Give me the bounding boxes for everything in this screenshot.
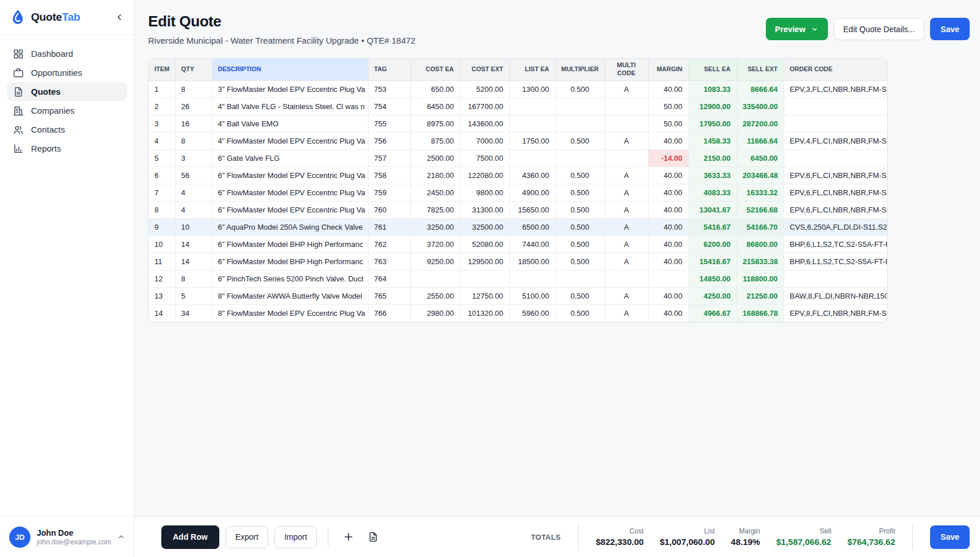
cell-multiplier[interactable]: 0.500: [555, 201, 605, 218]
cell-description[interactable]: 4" Ball Valve FLG - Stainless Steel. Cl …: [212, 98, 368, 115]
cell-order_code[interactable]: BHP,6,L1,S2,TC,S2-S5A-FT-F: [784, 235, 888, 253]
cell-qty[interactable]: 16: [175, 115, 212, 132]
cell-multi_code[interactable]: [605, 149, 648, 167]
cell-sell_ea[interactable]: 1083.33: [688, 80, 737, 98]
preview-button[interactable]: Preview: [766, 18, 828, 40]
cell-sell_ea[interactable]: 13041.67: [688, 201, 737, 218]
cell-margin[interactable]: -14.00: [648, 149, 688, 167]
cell-order_code[interactable]: [784, 270, 888, 287]
cell-item[interactable]: 11: [149, 253, 175, 270]
cell-tag[interactable]: 753: [368, 80, 410, 98]
cell-item[interactable]: 5: [149, 149, 175, 167]
cell-sell_ea[interactable]: 12900.00: [688, 98, 737, 115]
cell-order_code[interactable]: BAW,8,FL,DI,NBRN-NBR,150: [784, 287, 888, 304]
cell-tag[interactable]: 765: [368, 287, 410, 304]
cell-sell_ext[interactable]: 86800.00: [737, 235, 784, 253]
cell-multiplier[interactable]: [555, 115, 605, 132]
cell-list_ea[interactable]: 5100.00: [509, 287, 555, 304]
cell-multi_code[interactable]: A: [605, 218, 648, 235]
cell-qty[interactable]: 8: [175, 132, 212, 149]
export-button[interactable]: Export: [226, 526, 268, 548]
cell-sell_ea[interactable]: 6200.00: [688, 235, 737, 253]
cell-qty[interactable]: 26: [175, 98, 212, 115]
cell-tag[interactable]: 763: [368, 253, 410, 270]
cell-tag[interactable]: 757: [368, 149, 410, 167]
column-header-tag[interactable]: TAG: [368, 59, 410, 80]
cell-sell_ea[interactable]: 4083.33: [688, 184, 737, 201]
cell-multi_code[interactable]: [605, 98, 648, 115]
cell-multi_code[interactable]: A: [605, 304, 648, 322]
cell-order_code[interactable]: BHP,6,L1,S2,TC,S2-S5A-FT-F: [784, 253, 888, 270]
cell-sell_ext[interactable]: 52166.68: [737, 201, 784, 218]
cell-sell_ext[interactable]: 54166.70: [737, 218, 784, 235]
cell-sell_ext[interactable]: 8666.64: [737, 80, 784, 98]
cell-item[interactable]: 2: [149, 98, 175, 115]
cell-item[interactable]: 6: [149, 167, 175, 184]
cell-sell_ext[interactable]: 21250.00: [737, 287, 784, 304]
cell-cost_ext[interactable]: 122080.00: [460, 167, 509, 184]
cell-tag[interactable]: 754: [368, 98, 410, 115]
cell-description[interactable]: 4" Ball Valve EMO: [212, 115, 368, 132]
cell-description[interactable]: 6" FlowMaster Model EPV Eccentric Plug V…: [212, 201, 368, 218]
cell-multi_code[interactable]: [605, 270, 648, 287]
cell-margin[interactable]: 40.00: [648, 184, 688, 201]
column-header-margin[interactable]: MARGIN: [648, 59, 688, 80]
cell-margin[interactable]: [648, 270, 688, 287]
cell-multiplier[interactable]: 0.500: [555, 80, 605, 98]
cell-multi_code[interactable]: A: [605, 184, 648, 201]
cell-multiplier[interactable]: [555, 149, 605, 167]
cell-cost_ea[interactable]: 2450.00: [410, 184, 460, 201]
cell-order_code[interactable]: EPV,6,FL,CI,NBR,NBR,FM-S3: [784, 201, 888, 218]
cell-cost_ext[interactable]: 9800.00: [460, 184, 509, 201]
cell-qty[interactable]: 10: [175, 218, 212, 235]
cell-order_code[interactable]: EPV,6,FL,CI,NBR,NBR,FM-S3: [784, 184, 888, 201]
cell-qty[interactable]: 14: [175, 253, 212, 270]
sidebar-item-reports[interactable]: Reports: [7, 139, 127, 158]
cell-order_code[interactable]: EPV,8,FL,CI,NBR,NBR,FM-S3: [784, 304, 888, 322]
cell-multiplier[interactable]: 0.500: [555, 132, 605, 149]
cell-cost_ext[interactable]: 32500.00: [460, 218, 509, 235]
cell-qty[interactable]: 8: [175, 270, 212, 287]
cell-cost_ea[interactable]: [410, 270, 460, 287]
cell-qty[interactable]: 4: [175, 201, 212, 218]
cell-sell_ea[interactable]: 4966.67: [688, 304, 737, 322]
cell-description[interactable]: 4" FlowMaster Model EPV Eccentric Plug V…: [212, 132, 368, 149]
cell-multiplier[interactable]: 0.500: [555, 253, 605, 270]
cell-sell_ea[interactable]: 3633.33: [688, 167, 737, 184]
cell-list_ea[interactable]: 15650.00: [509, 201, 555, 218]
cell-margin[interactable]: 40.00: [648, 287, 688, 304]
plus-icon[interactable]: [339, 528, 358, 546]
column-header-list_ea[interactable]: LIST EA: [509, 59, 555, 80]
cell-cost_ea[interactable]: 875.00: [410, 132, 460, 149]
cell-margin[interactable]: 50.00: [648, 98, 688, 115]
cell-cost_ea[interactable]: 2980.00: [410, 304, 460, 322]
cell-order_code[interactable]: EPV,3,FL,CI,NBR,NBR,FM-S3: [784, 80, 888, 98]
column-header-qty[interactable]: QTY: [175, 59, 212, 80]
cell-cost_ea[interactable]: 2180.00: [410, 167, 460, 184]
cell-sell_ext[interactable]: 168866.78: [737, 304, 784, 322]
cell-qty[interactable]: 34: [175, 304, 212, 322]
cell-item[interactable]: 10: [149, 235, 175, 253]
import-button[interactable]: Import: [274, 526, 317, 548]
add-row-button[interactable]: Add Row: [161, 525, 219, 549]
cell-sell_ext[interactable]: 287200.00: [737, 115, 784, 132]
cell-margin[interactable]: 50.00: [648, 115, 688, 132]
cell-tag[interactable]: 758: [368, 167, 410, 184]
cell-tag[interactable]: 766: [368, 304, 410, 322]
cell-cost_ea[interactable]: 3720.00: [410, 235, 460, 253]
column-header-item[interactable]: ITEM: [149, 59, 175, 80]
cell-list_ea[interactable]: [509, 98, 555, 115]
cell-list_ea[interactable]: [509, 270, 555, 287]
cell-multiplier[interactable]: 0.500: [555, 167, 605, 184]
cell-tag[interactable]: 760: [368, 201, 410, 218]
sidebar-item-dashboard[interactable]: Dashboard: [7, 44, 127, 63]
cell-margin[interactable]: 40.00: [648, 80, 688, 98]
column-header-sell_ext[interactable]: SELL EXT: [737, 59, 784, 80]
cell-cost_ext[interactable]: 167700.00: [460, 98, 509, 115]
cell-tag[interactable]: 759: [368, 184, 410, 201]
cell-sell_ext[interactable]: 118800.00: [737, 270, 784, 287]
cell-margin[interactable]: 40.00: [648, 253, 688, 270]
cell-cost_ea[interactable]: 8975.00: [410, 115, 460, 132]
cell-tag[interactable]: 764: [368, 270, 410, 287]
cell-cost_ext[interactable]: 143600.00: [460, 115, 509, 132]
